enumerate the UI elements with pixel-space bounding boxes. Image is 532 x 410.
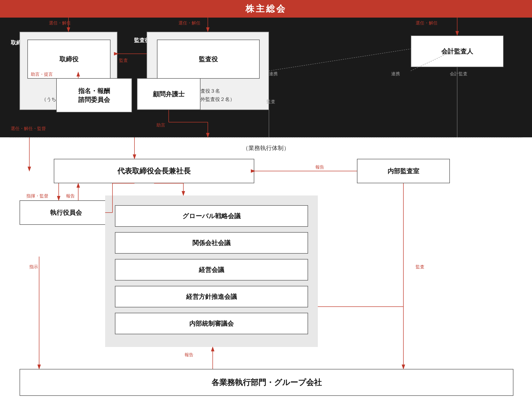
nomination-committee-title1: 指名・報酬: [78, 86, 110, 95]
policy-promotion-box: 経営方針推進会議: [115, 286, 308, 307]
president-box: 代表取締役会長兼社長: [54, 159, 254, 183]
cooperation-label-1: 連携: [269, 71, 278, 77]
elect-dismiss-label-2: 選任・解任: [178, 20, 200, 26]
global-strategy-box: グローバル戦略会議: [115, 205, 308, 227]
meeting-group-box: グローバル戦略会議 関係会社会議 経営会議 経営方針推進会議 内部統制審議会: [105, 195, 318, 347]
operating-units-box: 各業務執行部門・グループ会社: [20, 369, 513, 396]
nomination-committee-title2: 諮問委員会: [78, 95, 110, 104]
instruct-label: 指示: [29, 264, 38, 270]
advice-proposal-label: 助言・提言: [31, 71, 53, 77]
global-strategy-title: グローバル戦略会議: [182, 212, 241, 220]
affiliated-meeting-box: 関係会社会議: [115, 232, 308, 254]
president-title: 代表取締役会長兼社長: [117, 166, 191, 176]
report-label-2: 報告: [66, 193, 75, 199]
affiliated-meeting-title: 関係会社会議: [192, 238, 231, 247]
elect-dismiss-label-1: 選任・解任: [49, 20, 71, 26]
accounting-auditor-box: 会計監査人: [411, 35, 504, 67]
management-meeting-title: 経営会議: [199, 265, 224, 274]
page-wrapper: 株主総会 取締役会 監査役会 会計監査人 取締役 取締役５名 （うち社外取締役２…: [0, 0, 532, 410]
internal-audit-title: 内部監査室: [388, 167, 419, 175]
auditor-title: 監査役: [199, 55, 218, 64]
accounting-auditor-title: 会計監査人: [441, 47, 473, 56]
audit-label-1: 監査: [119, 57, 128, 63]
execution-label: （業務執行体制）: [0, 144, 532, 152]
executive-board-title: 執行役員会: [50, 208, 82, 217]
audit-label-3: 監査: [416, 264, 424, 270]
elect-dismiss-label-3: 選任・解任: [416, 20, 438, 26]
internal-control-box: 内部統制審議会: [115, 313, 308, 334]
internal-control-title: 内部統制審議会: [189, 319, 234, 328]
auditor-inner-box: 監査役: [157, 40, 260, 79]
accounting-audit-label: 会計監査: [450, 71, 467, 77]
legal-advisor-box: 顧問弁護士: [137, 78, 200, 110]
shareholder-meeting-title: 株主総会: [245, 3, 287, 15]
supervise-monitor-label: 指揮・監督: [26, 193, 48, 199]
report-label-meetings: 報告: [185, 352, 193, 358]
legal-advisor-title: 顧問弁護士: [153, 90, 185, 98]
management-meeting-box: 経営会議: [115, 259, 308, 281]
executive-board-box: 執行役員会: [20, 200, 112, 225]
advice-label: 助言: [156, 122, 165, 128]
elect-dismiss-supervise-label: 選任・解任・監督: [11, 126, 46, 131]
top-banner: 株主総会: [0, 0, 532, 18]
policy-promotion-title: 経営方針推進会議: [186, 292, 237, 301]
cooperation-label-2: 連携: [391, 71, 400, 77]
internal-audit-box: 内部監査室: [357, 159, 450, 183]
director-title: 取締役: [59, 55, 78, 64]
audit-label-2: 監査: [266, 99, 275, 105]
report-label-1: 報告: [315, 164, 324, 170]
operating-units-title: 各業務執行部門・グループ会社: [211, 377, 322, 388]
nomination-committee-box: 指名・報酬 諮問委員会: [56, 78, 132, 112]
